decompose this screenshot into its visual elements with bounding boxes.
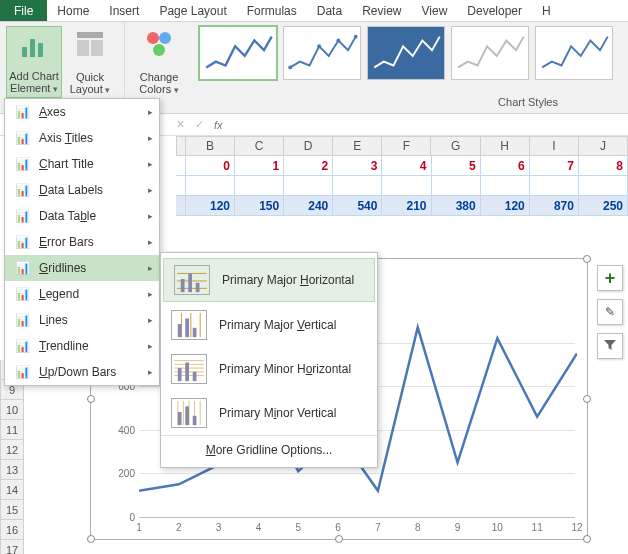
col-G[interactable]: G [431,136,480,156]
xtick: 12 [571,522,582,533]
col-H[interactable]: H [481,136,530,156]
cell-B2[interactable]: 0 [186,156,235,176]
xtick: 4 [256,522,262,533]
ytick: 200 [113,468,135,479]
col-J[interactable]: J [579,136,628,156]
cell-F2[interactable]: 4 [382,156,431,176]
formula-enter-icon[interactable]: ✓ [195,118,204,131]
menu-error-bars[interactable]: 📊Error BarsError Bars▸ [5,229,159,255]
cell-H4[interactable]: 120 [481,196,530,216]
gridlines-primary-major-horizontal[interactable]: Primary Major HorizontalPrimary Major Ho… [163,258,375,302]
menu-lines[interactable]: 📊LinesLines▸ [5,307,159,333]
menu-data-labels[interactable]: 📊Data LabelsData Labels▸ [5,177,159,203]
cell-J2[interactable]: 8 [579,156,628,176]
tab-data[interactable]: Data [307,0,352,21]
tab-view[interactable]: View [412,0,458,21]
col-I[interactable]: I [530,136,579,156]
updown-icon: 📊 [13,364,31,380]
chart-style-4[interactable] [451,26,529,80]
row-14[interactable]: 14 [0,480,24,500]
data-table-icon: 📊 [13,208,31,224]
cell-E2[interactable]: 3 [333,156,382,176]
tab-developer[interactable]: Developer [457,0,532,21]
cell-J4[interactable]: 250 [579,196,628,216]
cell-B4[interactable]: 120 [186,196,235,216]
row-10[interactable]: 10 [0,400,24,420]
tab-page-layout[interactable]: Page Layout [149,0,236,21]
gridlines-primary-minor-vertical[interactable]: Primary Minor VerticalPrimary Minor Vert… [161,391,377,435]
menu-trendline[interactable]: 📊TrendlineTrendline▸ [5,333,159,359]
chart-plus-button[interactable]: + [597,265,623,291]
add-chart-element-button[interactable]: Add Chart Element [6,26,62,98]
menu-axis-titles[interactable]: 📊Axis TitlesAxis Titles▸ [5,125,159,151]
row-12[interactable]: 12 [0,440,24,460]
svg-rect-1 [30,39,35,57]
menu-axes[interactable]: 📊AAxesxes▸ [5,99,159,125]
palette-icon [143,28,175,60]
svg-rect-24 [193,328,197,337]
chart-filter-button[interactable]: ▼ [597,333,623,359]
gridlines-more-options[interactable]: More Gridline Options...More Gridline Op… [161,435,377,463]
row-17[interactable]: 17 [0,540,24,554]
chart-style-1[interactable] [199,26,277,80]
col-B[interactable]: B [186,136,235,156]
svg-point-8 [153,44,165,56]
row-16[interactable]: 16 [0,520,24,540]
svg-rect-3 [77,32,103,38]
tab-home[interactable]: Home [47,0,99,21]
chart-brush-button[interactable]: ✎ [597,299,623,325]
add-chart-element-menu: 📊AAxesxes▸ 📊Axis TitlesAxis Titles▸ 📊Cha… [4,98,160,386]
tab-insert[interactable]: Insert [99,0,149,21]
row-11[interactable]: 11 [0,420,24,440]
cell-D4[interactable]: 240 [284,196,333,216]
tab-formulas[interactable]: Formulas [237,0,307,21]
cell-E4[interactable]: 540 [333,196,382,216]
cell-G2[interactable]: 5 [432,156,481,176]
gridlines-primary-minor-horizontal[interactable]: Primary Minor HorizontalPrimary Minor Ho… [161,347,377,391]
col-D[interactable]: D [284,136,333,156]
col-E[interactable]: E [333,136,382,156]
menu-legend[interactable]: 📊LegendLegend▸ [5,281,159,307]
row-13[interactable]: 13 [0,460,24,480]
chart-style-5[interactable] [535,26,613,80]
col-F[interactable]: F [382,136,431,156]
row-4: 120 150 240 540 210 380 120 870 250 [176,196,628,216]
svg-point-7 [159,32,171,44]
chart-style-2[interactable] [283,26,361,80]
xtick: 3 [216,522,222,533]
error-bars-icon: 📊 [13,234,31,250]
tab-truncated[interactable]: H [532,0,561,21]
gridlines-pnv-icon [171,398,207,428]
fx-label[interactable]: fx [214,119,223,131]
cell-D2[interactable]: 2 [284,156,333,176]
menu-updown-bars[interactable]: 📊Up/Down BarsUp/Down Bars▸ [5,359,159,385]
menu-gridlines[interactable]: 📊GridlinesGridlines▸ [5,255,159,281]
svg-rect-2 [38,43,43,57]
cell-C2[interactable]: 1 [235,156,284,176]
row-2: 0 1 2 3 4 5 6 7 8 [176,156,628,176]
row-3 [176,176,628,196]
cell-I2[interactable]: 7 [530,156,579,176]
xtick: 11 [532,522,543,533]
row-15[interactable]: 15 [0,500,24,520]
svg-point-11 [336,39,340,43]
cell-C4[interactable]: 150 [235,196,284,216]
cell-G4[interactable]: 380 [432,196,481,216]
svg-rect-31 [185,362,189,381]
quick-layout-button[interactable]: Quick Layout [62,26,118,98]
chart-style-3[interactable] [367,26,445,80]
cell-F4[interactable]: 210 [382,196,431,216]
menu-chart-title[interactable]: 📊Chart TitleChart Title▸ [5,151,159,177]
tab-file[interactable]: File [0,0,47,21]
quick-layout-icon [74,28,106,60]
gridlines-primary-major-vertical[interactable]: Primary Major VerticalPrimary Major Vert… [161,303,377,347]
formula-cancel-icon[interactable]: ✕ [176,118,185,131]
xtick: 8 [415,522,421,533]
change-colors-button[interactable]: Change Colors [131,26,187,98]
tab-review[interactable]: Review [352,0,411,21]
cell-I4[interactable]: 870 [530,196,579,216]
menu-data-table[interactable]: 📊Data TableData Table▸ [5,203,159,229]
brush-icon: ✎ [605,305,615,319]
col-C[interactable]: C [235,136,284,156]
cell-H2[interactable]: 6 [481,156,530,176]
